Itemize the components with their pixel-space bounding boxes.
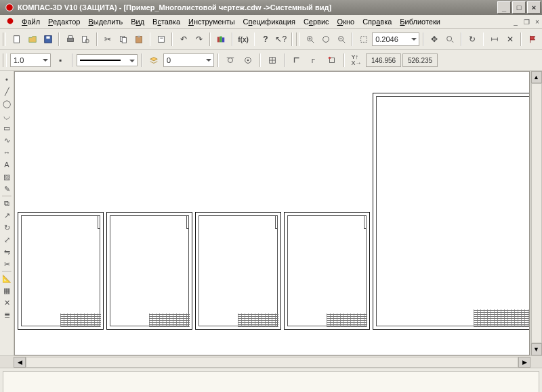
- menu-select[interactable]: Выделить: [84, 16, 127, 27]
- copy-icon[interactable]: [117, 31, 131, 47]
- tool-rect-icon[interactable]: ▭: [1, 123, 12, 133]
- scrollbar-horizontal[interactable]: ◀ ▶: [0, 355, 542, 368]
- tool-move-icon[interactable]: ↗: [1, 210, 12, 221]
- library-icon[interactable]: [214, 31, 228, 47]
- scrollbar-vertical[interactable]: ▲ ▼: [530, 71, 542, 355]
- doc-restore-button[interactable]: ❐: [522, 18, 531, 26]
- tool-copy-icon[interactable]: ⧉: [1, 198, 12, 209]
- tool-delete-icon[interactable]: ✕: [1, 297, 12, 308]
- menu-window[interactable]: Окно: [333, 16, 359, 27]
- coord-label-icon[interactable]: Y↑X→: [348, 52, 364, 68]
- snap-toggle-icon[interactable]: [324, 52, 340, 68]
- zoom-in-icon[interactable]: [304, 31, 318, 47]
- menu-libs[interactable]: Библиотеки: [396, 16, 444, 27]
- zoom-prev-icon[interactable]: [443, 31, 457, 47]
- sheet-2[interactable]: [106, 212, 192, 330]
- maximize-button[interactable]: □: [512, 1, 526, 14]
- svg-rect-16: [220, 37, 223, 43]
- variables-icon[interactable]: f(x): [236, 31, 251, 47]
- tool-scale-icon[interactable]: ⤢: [1, 234, 12, 245]
- toolbar-grip-3[interactable]: [3, 53, 7, 67]
- drawing-canvas[interactable]: [14, 71, 530, 355]
- sheet-5[interactable]: [373, 93, 530, 330]
- property-row[interactable]: [3, 371, 539, 392]
- line-width-value: 1.0: [14, 56, 24, 64]
- menu-insert[interactable]: Вставка: [148, 16, 184, 27]
- properties-icon[interactable]: [154, 31, 168, 47]
- tool-line-icon[interactable]: ╱: [1, 86, 12, 97]
- toolbar-grip[interactable]: [3, 32, 6, 46]
- pan-icon[interactable]: ✥: [428, 31, 442, 47]
- flag-icon[interactable]: [525, 31, 539, 47]
- redo-icon[interactable]: ↷: [192, 31, 206, 47]
- sheet-3[interactable]: [195, 212, 281, 330]
- whats-this-icon[interactable]: ↖?: [274, 31, 288, 47]
- tool-prop-icon[interactable]: ≣: [1, 309, 12, 320]
- svg-point-32: [228, 58, 233, 63]
- svg-rect-4: [46, 37, 49, 39]
- new-icon[interactable]: [9, 31, 24, 47]
- tool-rotate-icon[interactable]: ↻: [1, 222, 12, 233]
- tool-hatch-icon[interactable]: ▨: [1, 171, 12, 182]
- preview-icon[interactable]: [79, 31, 93, 47]
- scroll-down-icon[interactable]: ▼: [531, 343, 542, 355]
- grid-icon[interactable]: [264, 52, 280, 68]
- menu-tools[interactable]: Инструменты: [184, 16, 239, 27]
- app-menu-icon: [5, 16, 15, 27]
- svg-rect-15: [217, 37, 220, 43]
- close-button[interactable]: ×: [527, 1, 541, 14]
- zoom-fit-icon[interactable]: [319, 31, 333, 47]
- layer-dropdown[interactable]: 0: [163, 53, 214, 67]
- tool-area-icon[interactable]: ▦: [1, 285, 12, 296]
- tool-measure-icon[interactable]: 📐: [1, 273, 12, 284]
- cut-icon[interactable]: ✂: [101, 31, 115, 47]
- tool-spline-icon[interactable]: ∿: [1, 135, 12, 146]
- save-icon[interactable]: [41, 31, 55, 47]
- redraw-icon[interactable]: ↻: [465, 31, 480, 47]
- toolbar-grip-2[interactable]: [296, 32, 299, 46]
- doc-close-button[interactable]: ×: [533, 18, 542, 26]
- tool-edit-icon[interactable]: ✎: [1, 183, 12, 194]
- menu-edit[interactable]: Редактор: [44, 16, 84, 27]
- sheet-4[interactable]: [284, 212, 370, 330]
- help-icon[interactable]: ?: [258, 31, 272, 47]
- snap-tangent-icon[interactable]: [222, 52, 238, 68]
- paste-icon[interactable]: [132, 31, 146, 47]
- zoom-region-icon[interactable]: [356, 31, 371, 47]
- scroll-left-icon[interactable]: ◀: [14, 357, 26, 368]
- scroll-v-track[interactable]: [531, 83, 542, 343]
- menu-file[interactable]: Файл: [18, 16, 44, 27]
- tool-mirror-icon[interactable]: ⇋: [1, 246, 12, 257]
- menu-help[interactable]: Справка: [358, 16, 396, 27]
- tool-circle-icon[interactable]: ◯: [1, 98, 12, 109]
- menu-view[interactable]: Вид: [127, 16, 148, 27]
- scroll-h-track[interactable]: [26, 357, 518, 368]
- tool-point-icon[interactable]: •: [1, 74, 12, 85]
- tool-dim-icon[interactable]: ↔: [1, 147, 12, 158]
- scroll-right-icon[interactable]: ▶: [518, 357, 530, 368]
- doc-minimize-button[interactable]: _: [511, 18, 520, 26]
- zoom-out-icon[interactable]: [334, 31, 348, 47]
- tool-trim-icon[interactable]: ✂: [1, 259, 12, 269]
- tool-text-icon[interactable]: A: [1, 159, 12, 170]
- sheet-1[interactable]: [18, 212, 104, 330]
- break-icon[interactable]: ✕: [503, 31, 517, 47]
- snap-center-icon[interactable]: [240, 52, 256, 68]
- line-width-dropdown[interactable]: 1.0: [10, 53, 51, 67]
- undo-icon[interactable]: ↶: [176, 31, 190, 47]
- ortho-icon[interactable]: [289, 52, 305, 68]
- param-icon[interactable]: Γ: [306, 52, 322, 68]
- zoom-scale-input[interactable]: 0.2046: [372, 32, 419, 46]
- layer-icon[interactable]: [146, 52, 162, 68]
- menu-service[interactable]: Сервис: [299, 16, 333, 27]
- tool-arc-icon[interactable]: ◡: [1, 110, 12, 121]
- menu-spec[interactable]: Спецификация: [239, 16, 299, 27]
- style-chooser-icon[interactable]: ▪: [52, 52, 68, 68]
- window-title: КОМПАС-3D V10 (ЗАЩИТА) - [Пример_Многоли…: [18, 3, 496, 12]
- line-style-dropdown[interactable]: [77, 54, 138, 66]
- dimension-icon[interactable]: [487, 31, 501, 47]
- print-icon[interactable]: [63, 31, 77, 47]
- open-icon[interactable]: [25, 31, 39, 47]
- scroll-up-icon[interactable]: ▲: [531, 71, 542, 83]
- minimize-button[interactable]: _: [497, 1, 511, 14]
